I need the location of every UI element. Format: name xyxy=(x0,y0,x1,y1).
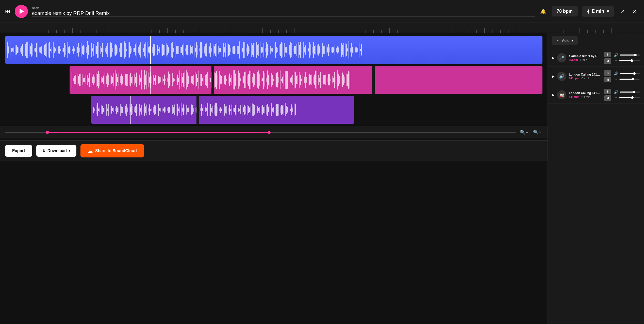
close-button[interactable]: ✕ xyxy=(631,7,639,15)
track-meta-1: 85bpm E min xyxy=(569,58,602,61)
waveform-bar xyxy=(181,73,181,87)
ruler-mark xyxy=(179,23,187,33)
ruler-mark xyxy=(29,23,37,33)
play-button[interactable] xyxy=(15,5,28,18)
zoom-out-button[interactable]: 🔍− xyxy=(519,129,529,136)
waveform-bar xyxy=(146,71,147,89)
waveform-bar xyxy=(193,75,194,85)
waveform-bar xyxy=(285,71,286,89)
track-expand-2[interactable]: ▶ xyxy=(552,74,555,78)
export-button[interactable]: Export xyxy=(5,145,32,157)
track-expand-1[interactable]: ▶ xyxy=(552,56,555,60)
waveform-bar xyxy=(52,47,52,53)
waveform-bar xyxy=(180,47,180,53)
pitch-thumb-2[interactable] xyxy=(632,78,634,80)
track-key-1: E min xyxy=(580,58,587,61)
waveform-bar xyxy=(267,104,268,116)
mute-button-2[interactable]: M xyxy=(604,77,611,82)
waveform-bar xyxy=(182,108,183,112)
waveform-bar xyxy=(263,71,264,89)
waveform-bar xyxy=(182,45,183,55)
volume-slider-2[interactable] xyxy=(620,73,640,74)
waveform-bar xyxy=(315,71,316,89)
ruler-mark xyxy=(568,23,576,33)
solo-button-2[interactable]: S xyxy=(604,70,611,76)
waveform-bar xyxy=(104,48,104,52)
waveform-bar xyxy=(136,104,137,116)
volume-thumb-1[interactable] xyxy=(634,54,637,56)
waveform-bar xyxy=(88,78,89,82)
ruler-mark xyxy=(211,23,219,33)
volume-thumb-2[interactable] xyxy=(633,72,636,75)
pitch-slider-3[interactable] xyxy=(619,97,640,98)
mute-button-3[interactable]: M xyxy=(604,95,611,101)
waveform-bar xyxy=(195,72,195,87)
bell-button[interactable]: 🔔 xyxy=(539,7,548,15)
waveform-bar xyxy=(110,74,110,86)
ruler-mark xyxy=(290,23,298,33)
track-info-2: London Calling 141BPM... 141bpm C# min xyxy=(569,73,602,80)
solo-button-1[interactable]: S xyxy=(604,52,611,57)
waveform-bar xyxy=(133,106,133,114)
auto-button[interactable]: ↔ Auto ▾ xyxy=(552,36,578,45)
waveform-bar xyxy=(153,75,154,85)
waveform-bar xyxy=(102,78,103,82)
waveform-bar xyxy=(347,74,348,86)
waveform-bar xyxy=(144,70,145,90)
pitch-thumb-1[interactable] xyxy=(631,59,633,62)
skip-back-button[interactable]: ⏮ xyxy=(5,8,11,15)
waveform-bar xyxy=(224,76,225,84)
scroll-thumb-left[interactable] xyxy=(46,131,49,134)
right-panel: ↔ Auto ▾ ▶ 🎤 example remix by RRP.mp3-..… xyxy=(548,33,644,324)
waveform-bar xyxy=(108,104,109,116)
waveform-bar xyxy=(336,77,336,83)
waveform-bar xyxy=(157,45,158,55)
key-display[interactable]: 𝄞 E min ▾ xyxy=(582,6,614,17)
download-button[interactable]: ⬇ Download ▾ xyxy=(36,145,76,157)
waveform-bar xyxy=(74,76,75,84)
playhead-purple xyxy=(130,96,131,124)
mute-button-1[interactable]: M xyxy=(604,58,611,64)
zoom-in-button[interactable]: 🔍+ xyxy=(532,129,542,136)
volume-slider-3[interactable] xyxy=(620,92,640,93)
waveform-bar xyxy=(177,46,178,54)
waveform-bar xyxy=(277,48,278,52)
scroll-track[interactable] xyxy=(5,132,516,133)
waveform-bar xyxy=(94,77,95,83)
waveform-bar xyxy=(286,47,287,53)
track-expand-3[interactable]: ▶ xyxy=(552,93,555,97)
waveform-bar xyxy=(214,46,215,54)
scroll-thumb-right[interactable] xyxy=(268,131,271,134)
waveform-bar xyxy=(116,45,117,54)
volume-thumb-3[interactable] xyxy=(633,91,635,93)
waveform-bar xyxy=(176,103,176,116)
waveform-bar xyxy=(123,42,123,58)
track-bpm-2: 141bpm xyxy=(569,77,580,80)
waveform-bar xyxy=(207,103,208,116)
solo-button-3[interactable]: S xyxy=(604,89,611,94)
waveform-bar xyxy=(164,75,165,85)
waveform-bar xyxy=(179,106,180,113)
waveform-bar xyxy=(310,75,311,84)
ruler-mark xyxy=(504,23,512,33)
track-row-3[interactable] xyxy=(5,96,542,124)
waveform-bar xyxy=(167,108,168,111)
pitch-slider-1[interactable] xyxy=(619,60,640,61)
track-row-1[interactable] xyxy=(5,36,542,64)
track-row-2[interactable] xyxy=(5,66,542,94)
waveform-bar xyxy=(309,42,310,58)
waveform-bar xyxy=(294,103,294,116)
volume-slider-1[interactable] xyxy=(620,55,640,56)
waveform-bar xyxy=(101,77,102,83)
waveform-bar xyxy=(277,72,278,87)
pitch-slider-2[interactable] xyxy=(619,79,640,80)
track-title-input[interactable] xyxy=(32,10,535,16)
waveform-bar xyxy=(114,45,114,55)
waveform-bar xyxy=(225,43,226,57)
pitch-thumb-3[interactable] xyxy=(631,96,634,99)
waveform-bar xyxy=(109,45,109,55)
soundcloud-button[interactable]: ☁ Share to SoundCloud xyxy=(80,144,144,157)
expand-button[interactable]: ⤢ xyxy=(618,7,626,15)
waveform-blue xyxy=(5,36,542,64)
waveform-bar xyxy=(360,49,361,51)
